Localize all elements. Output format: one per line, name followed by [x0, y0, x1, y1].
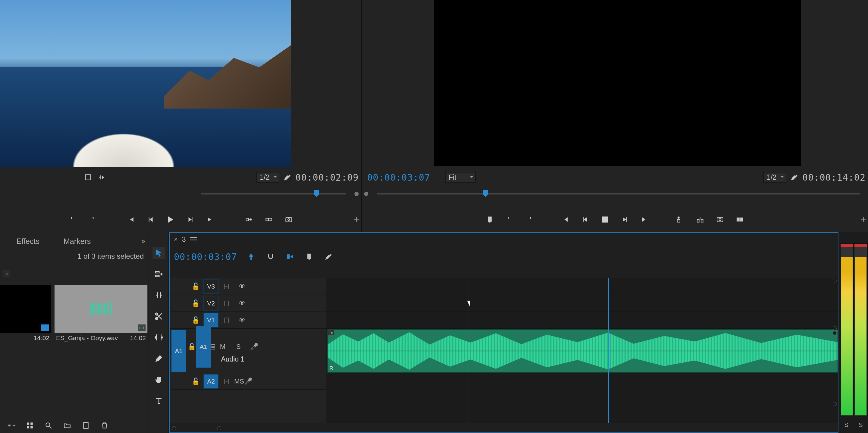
solo-toggle[interactable]: S — [240, 377, 244, 385]
comparison-view-button[interactable] — [735, 214, 745, 225]
lock-toggle[interactable]: 🔓 — [188, 316, 204, 324]
icon-view-button[interactable] — [25, 421, 34, 430]
solo-toggle[interactable]: S — [230, 343, 246, 351]
track-header-v1[interactable]: 🔓 V1 ⌸ 👁 — [170, 312, 327, 329]
mark-in-button[interactable] — [67, 214, 78, 225]
source-scrub-end[interactable] — [354, 192, 359, 196]
prog-go-to-out-button[interactable] — [640, 214, 650, 225]
mute-toggle[interactable]: M — [234, 377, 240, 385]
close-sequence-button[interactable]: × — [174, 235, 178, 243]
snap-toggle[interactable] — [266, 252, 276, 262]
tab-effects[interactable]: Effects — [17, 237, 39, 246]
track-visibility-toggle[interactable]: 👁 — [234, 283, 250, 290]
timeline-zoom-bar[interactable] — [172, 426, 353, 431]
prog-mark-in-button[interactable] — [504, 214, 515, 225]
source-timecode[interactable]: 00:00:02:09 — [296, 172, 359, 183]
go-to-out-button[interactable] — [205, 214, 216, 225]
program-add-button[interactable]: + — [861, 214, 866, 225]
vscroll-node[interactable] — [833, 279, 837, 283]
audio-meter-left[interactable] — [840, 243, 854, 416]
bin-item-sequence[interactable]: 14:02 — [0, 285, 51, 343]
sync-lock-toggle[interactable]: ⌸ — [218, 316, 234, 324]
meter-solo-left[interactable]: S — [844, 422, 848, 429]
prog-step-back-button[interactable] — [580, 214, 590, 225]
source-preview[interactable] — [0, 0, 291, 167]
timeline-settings-button[interactable] — [323, 252, 334, 262]
sequence-menu-button[interactable] — [190, 237, 197, 242]
lock-toggle[interactable]: 🔓 — [188, 377, 204, 385]
source-scrub-bar[interactable] — [201, 193, 346, 195]
tab-markers[interactable]: Markers — [64, 237, 91, 246]
panel-overflow-button[interactable]: » — [142, 237, 144, 245]
prog-go-to-in-button[interactable] — [560, 214, 570, 225]
slip-tool[interactable] — [153, 331, 165, 344]
lift-button[interactable] — [675, 214, 685, 225]
new-bin-button[interactable] — [63, 421, 72, 430]
meter-solo-right[interactable]: S — [859, 422, 863, 429]
delete-button[interactable] — [100, 421, 109, 430]
go-to-in-button[interactable] — [126, 214, 136, 225]
extract-button[interactable] — [695, 214, 705, 225]
mark-frame-icon[interactable] — [83, 172, 93, 182]
ripple-edit-tool[interactable] — [153, 289, 165, 301]
lock-toggle[interactable]: 🔓 — [188, 343, 196, 351]
program-position-timecode[interactable]: 00:00:03:07 — [367, 172, 430, 183]
sync-lock-toggle[interactable]: ⌸ — [211, 343, 215, 351]
track-visibility-toggle[interactable]: 👁 — [234, 316, 250, 324]
stop-button[interactable] — [600, 214, 610, 225]
prog-step-forward-button[interactable] — [620, 214, 630, 225]
timeline-tracks[interactable]: :00:00 00:00:01:00 00:00:02:00 00:00:03:… — [327, 278, 838, 423]
track-header-v2[interactable]: 🔓 V2 ⌸ 👁 — [170, 295, 327, 312]
insert-sequence-icon[interactable] — [246, 252, 256, 262]
lock-toggle[interactable]: 🔓 — [188, 299, 204, 307]
insert-button[interactable] — [244, 214, 254, 225]
track-name-a1[interactable]: Audio 1 — [188, 355, 262, 363]
sequence-tab[interactable]: 3 — [182, 235, 186, 243]
razor-tool[interactable] — [153, 310, 165, 323]
source-patch-a1[interactable]: A1 — [171, 330, 186, 372]
sync-lock-toggle[interactable]: ⌸ — [218, 299, 234, 307]
voiceover-toggle[interactable]: 🎤 — [246, 343, 262, 351]
drag-audio-icon[interactable] — [96, 172, 106, 182]
track-select-tool[interactable] — [153, 268, 165, 281]
clip-fx-badge[interactable]: fx — [328, 330, 334, 335]
source-settings-icon[interactable] — [282, 172, 292, 182]
vscroll-node[interactable] — [833, 402, 837, 406]
track-patch-v1[interactable]: V1 — [204, 313, 218, 327]
sync-lock-toggle[interactable]: ⌸ — [218, 377, 234, 385]
play-button[interactable] — [165, 214, 176, 225]
export-frame-button[interactable] — [284, 214, 294, 225]
prog-mark-out-button[interactable] — [524, 214, 535, 225]
track-patch-v3[interactable]: V3 — [204, 279, 218, 294]
program-preview[interactable] — [434, 0, 801, 166]
audio-meter-right[interactable] — [854, 243, 868, 416]
step-forward-button[interactable] — [185, 214, 195, 225]
program-settings-icon[interactable] — [789, 172, 799, 182]
playhead[interactable] — [608, 278, 609, 423]
track-patch-v2[interactable]: V2 — [204, 296, 218, 311]
source-add-button[interactable]: + — [353, 214, 359, 225]
voiceover-toggle[interactable]: 🎤 — [244, 377, 252, 385]
bin-item-audio[interactable]: HH ES_Ganja - Ooyy.wav14:02 — [54, 285, 148, 343]
selection-tool[interactable] — [153, 247, 165, 259]
track-header-v3[interactable]: 🔓 V3 ⌸ 👁 — [170, 278, 327, 295]
add-marker-timeline-button[interactable] — [304, 252, 314, 262]
step-back-button[interactable] — [146, 214, 156, 225]
type-tool[interactable] — [153, 395, 165, 407]
track-patch-a2[interactable]: A2 — [204, 374, 218, 389]
track-header-a1[interactable]: A1 🔓 A1 ⌸ M S 🎤 Audio 1 — [170, 329, 327, 373]
hand-tool[interactable] — [153, 373, 165, 386]
new-item-button[interactable] — [82, 421, 90, 430]
program-scrub-start[interactable] — [364, 192, 368, 196]
prog-export-frame-button[interactable] — [715, 214, 725, 225]
audio-clip[interactable]: fx R — [327, 329, 838, 373]
pen-tool[interactable] — [153, 352, 165, 365]
lock-toggle[interactable]: 🔓 — [188, 283, 204, 290]
mark-out-button[interactable] — [87, 214, 97, 225]
source-scale-dropdown[interactable]: 1/2 — [256, 172, 279, 183]
overwrite-button[interactable] — [264, 214, 274, 225]
timeline-playhead-timecode[interactable]: 00:00:03:07 — [174, 252, 237, 262]
linked-selection-toggle[interactable] — [285, 252, 295, 262]
filter-bin-button[interactable] — [7, 421, 16, 430]
mute-toggle[interactable]: M — [215, 343, 230, 351]
